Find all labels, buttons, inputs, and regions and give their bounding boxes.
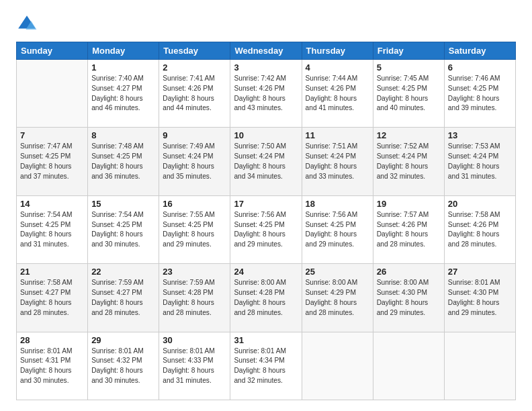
day-info: Sunrise: 7:54 AM Sunset: 4:25 PM Dayligh… <box>20 210 84 250</box>
day-info: Sunrise: 7:59 AM Sunset: 4:28 PM Dayligh… <box>163 278 226 318</box>
day-number: 14 <box>20 199 84 209</box>
day-number: 19 <box>377 199 441 209</box>
day-info: Sunrise: 7:51 AM Sunset: 4:24 PM Dayligh… <box>306 142 369 181</box>
day-info: Sunrise: 7:47 AM Sunset: 4:25 PM Dayligh… <box>20 142 84 181</box>
day-info: Sunrise: 8:00 AM Sunset: 4:29 PM Dayligh… <box>306 278 369 318</box>
calendar-cell: 19Sunrise: 7:57 AM Sunset: 4:26 PM Dayli… <box>373 195 444 263</box>
day-info: Sunrise: 7:48 AM Sunset: 4:25 PM Dayligh… <box>91 142 155 181</box>
day-info: Sunrise: 8:01 AM Sunset: 4:33 PM Dayligh… <box>163 347 226 386</box>
calendar-cell: 4Sunrise: 7:44 AM Sunset: 4:26 PM Daylig… <box>302 60 373 128</box>
calendar-cell: 7Sunrise: 7:47 AM Sunset: 4:25 PM Daylig… <box>17 128 88 195</box>
day-number: 9 <box>163 130 226 140</box>
day-info: Sunrise: 8:00 AM Sunset: 4:30 PM Dayligh… <box>377 278 441 318</box>
page: SundayMondayTuesdayWednesdayThursdayFrid… <box>0 0 532 411</box>
week-row-2: 14Sunrise: 7:54 AM Sunset: 4:25 PM Dayli… <box>17 195 516 263</box>
day-info: Sunrise: 7:58 AM Sunset: 4:26 PM Dayligh… <box>448 210 512 250</box>
week-row-0: 1Sunrise: 7:40 AM Sunset: 4:27 PM Daylig… <box>17 60 516 128</box>
day-number: 21 <box>20 267 84 277</box>
day-info: Sunrise: 7:53 AM Sunset: 4:24 PM Dayligh… <box>448 142 512 181</box>
day-info: Sunrise: 7:56 AM Sunset: 4:25 PM Dayligh… <box>306 210 369 250</box>
calendar-cell: 26Sunrise: 8:00 AM Sunset: 4:30 PM Dayli… <box>373 264 444 332</box>
day-info: Sunrise: 8:01 AM Sunset: 4:31 PM Dayligh… <box>20 347 84 386</box>
calendar-cell: 28Sunrise: 8:01 AM Sunset: 4:31 PM Dayli… <box>17 332 88 400</box>
calendar-cell: 17Sunrise: 7:56 AM Sunset: 4:25 PM Dayli… <box>230 195 302 263</box>
weekday-header-saturday: Saturday <box>444 42 515 60</box>
week-row-3: 21Sunrise: 7:58 AM Sunset: 4:27 PM Dayli… <box>17 264 516 332</box>
weekday-header-row: SundayMondayTuesdayWednesdayThursdayFrid… <box>17 42 516 60</box>
day-number: 30 <box>163 335 226 345</box>
day-number: 8 <box>91 130 155 140</box>
day-number: 2 <box>163 62 226 73</box>
calendar-cell: 15Sunrise: 7:54 AM Sunset: 4:25 PM Dayli… <box>88 195 159 263</box>
week-row-4: 28Sunrise: 8:01 AM Sunset: 4:31 PM Dayli… <box>17 332 516 400</box>
calendar-cell: 21Sunrise: 7:58 AM Sunset: 4:27 PM Dayli… <box>17 264 88 332</box>
calendar-cell: 14Sunrise: 7:54 AM Sunset: 4:25 PM Dayli… <box>17 195 88 263</box>
day-info: Sunrise: 7:50 AM Sunset: 4:24 PM Dayligh… <box>234 142 298 181</box>
weekday-header-tuesday: Tuesday <box>159 42 230 60</box>
day-info: Sunrise: 8:01 AM Sunset: 4:32 PM Dayligh… <box>91 347 155 386</box>
day-number: 1 <box>91 62 155 73</box>
day-number: 13 <box>448 130 512 140</box>
calendar-cell: 23Sunrise: 7:59 AM Sunset: 4:28 PM Dayli… <box>159 264 230 332</box>
logo <box>16 13 40 35</box>
day-info: Sunrise: 7:46 AM Sunset: 4:25 PM Dayligh… <box>448 74 512 113</box>
day-info: Sunrise: 7:44 AM Sunset: 4:26 PM Dayligh… <box>306 74 369 113</box>
day-info: Sunrise: 7:52 AM Sunset: 4:24 PM Dayligh… <box>377 142 441 181</box>
day-info: Sunrise: 7:41 AM Sunset: 4:26 PM Dayligh… <box>163 74 226 113</box>
day-number: 12 <box>377 130 441 140</box>
calendar-cell: 25Sunrise: 8:00 AM Sunset: 4:29 PM Dayli… <box>302 264 373 332</box>
calendar-cell: 8Sunrise: 7:48 AM Sunset: 4:25 PM Daylig… <box>88 128 159 195</box>
day-number: 18 <box>306 199 369 209</box>
day-number: 28 <box>20 335 84 345</box>
day-info: Sunrise: 7:54 AM Sunset: 4:25 PM Dayligh… <box>91 210 155 250</box>
day-number: 5 <box>377 62 441 73</box>
day-info: Sunrise: 8:01 AM Sunset: 4:34 PM Dayligh… <box>234 347 298 386</box>
day-number: 20 <box>448 199 512 209</box>
day-number: 4 <box>306 62 369 73</box>
day-info: Sunrise: 8:00 AM Sunset: 4:28 PM Dayligh… <box>234 278 298 318</box>
day-info: Sunrise: 7:42 AM Sunset: 4:26 PM Dayligh… <box>234 74 298 113</box>
day-number: 3 <box>234 62 298 73</box>
day-info: Sunrise: 7:45 AM Sunset: 4:25 PM Dayligh… <box>377 74 441 113</box>
day-info: Sunrise: 7:58 AM Sunset: 4:27 PM Dayligh… <box>20 278 84 318</box>
day-number: 10 <box>234 130 298 140</box>
calendar-cell: 2Sunrise: 7:41 AM Sunset: 4:26 PM Daylig… <box>159 60 230 128</box>
calendar-cell: 20Sunrise: 7:58 AM Sunset: 4:26 PM Dayli… <box>444 195 515 263</box>
day-number: 27 <box>448 267 512 277</box>
calendar-cell: 31Sunrise: 8:01 AM Sunset: 4:34 PM Dayli… <box>230 332 302 400</box>
day-number: 17 <box>234 199 298 209</box>
header <box>16 13 516 35</box>
day-number: 6 <box>448 62 512 73</box>
calendar-cell: 9Sunrise: 7:49 AM Sunset: 4:24 PM Daylig… <box>159 128 230 195</box>
calendar-cell <box>302 332 373 400</box>
weekday-header-friday: Friday <box>373 42 444 60</box>
day-info: Sunrise: 7:55 AM Sunset: 4:25 PM Dayligh… <box>163 210 226 250</box>
calendar-cell: 6Sunrise: 7:46 AM Sunset: 4:25 PM Daylig… <box>444 60 515 128</box>
day-number: 23 <box>163 267 226 277</box>
day-number: 31 <box>234 335 298 345</box>
day-number: 29 <box>91 335 155 345</box>
weekday-header-sunday: Sunday <box>17 42 88 60</box>
calendar-cell: 30Sunrise: 8:01 AM Sunset: 4:33 PM Dayli… <box>159 332 230 400</box>
calendar-cell: 3Sunrise: 7:42 AM Sunset: 4:26 PM Daylig… <box>230 60 302 128</box>
calendar-cell: 11Sunrise: 7:51 AM Sunset: 4:24 PM Dayli… <box>302 128 373 195</box>
calendar-cell <box>373 332 444 400</box>
weekday-header-monday: Monday <box>88 42 159 60</box>
day-number: 16 <box>163 199 226 209</box>
calendar-cell <box>444 332 515 400</box>
day-number: 22 <box>91 267 155 277</box>
day-info: Sunrise: 8:01 AM Sunset: 4:30 PM Dayligh… <box>448 278 512 318</box>
day-info: Sunrise: 7:49 AM Sunset: 4:24 PM Dayligh… <box>163 142 226 181</box>
day-number: 25 <box>306 267 369 277</box>
calendar-cell: 29Sunrise: 8:01 AM Sunset: 4:32 PM Dayli… <box>88 332 159 400</box>
calendar-cell: 24Sunrise: 8:00 AM Sunset: 4:28 PM Dayli… <box>230 264 302 332</box>
weekday-header-wednesday: Wednesday <box>230 42 302 60</box>
calendar-cell: 13Sunrise: 7:53 AM Sunset: 4:24 PM Dayli… <box>444 128 515 195</box>
calendar-cell: 10Sunrise: 7:50 AM Sunset: 4:24 PM Dayli… <box>230 128 302 195</box>
day-number: 15 <box>91 199 155 209</box>
day-number: 24 <box>234 267 298 277</box>
calendar-table: SundayMondayTuesdayWednesdayThursdayFrid… <box>16 42 516 400</box>
calendar-cell: 12Sunrise: 7:52 AM Sunset: 4:24 PM Dayli… <box>373 128 444 195</box>
day-number: 7 <box>20 130 84 140</box>
calendar-cell <box>17 60 88 128</box>
